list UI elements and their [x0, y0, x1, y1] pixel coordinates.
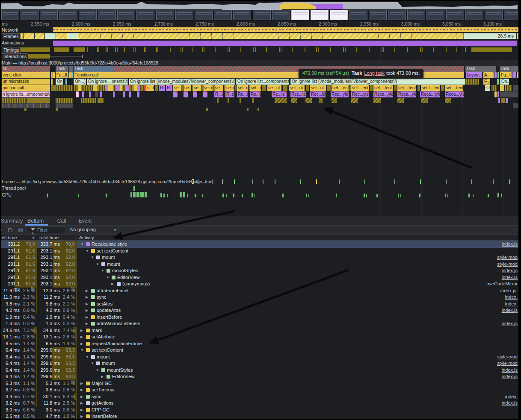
filmstrip-thumbnail[interactable] — [388, 10, 406, 20]
source-link[interactable]: index.js — [502, 367, 518, 373]
flame-bar-re-le[interactable]: Re..le — [250, 91, 260, 97]
expander-open-icon[interactable]: ▼ — [106, 276, 110, 279]
flame-bar-se-t[interactable]: se...t — [214, 85, 223, 91]
flame-bar[interactable] — [349, 85, 351, 91]
timing-tick[interactable] — [343, 47, 344, 52]
tab-summary[interactable]: Summary — [1, 216, 20, 226]
flame-bar[interactable] — [491, 85, 497, 91]
flame-bar[interactable] — [373, 98, 381, 103]
flame-bar-set-ent[interactable]: set ...ent — [332, 85, 349, 91]
flame-bar[interactable] — [351, 98, 358, 103]
flame-bar[interactable] — [445, 98, 451, 103]
filmstrip-thumbnail[interactable] — [117, 10, 135, 20]
gpu-task-bar[interactable] — [140, 192, 144, 197]
source-link[interactable]: style-mod — [497, 261, 518, 267]
flame-bar-r-[interactable]: R... — [159, 85, 165, 91]
table-row-setattrs[interactable]: 9.8 ms2.1 %9.8 ms2.1 %▶setAttrsindex. — [1, 301, 518, 308]
timing-tick[interactable] — [204, 47, 204, 52]
timing-tick[interactable] — [292, 47, 293, 52]
expander-closed-icon[interactable]: ▶ — [80, 414, 83, 418]
flame-bar[interactable] — [2, 98, 26, 103]
flame-bar[interactable] — [394, 85, 397, 91]
flame-bar-set-nt[interactable]: set...nt — [289, 85, 305, 91]
flame-bar[interactable] — [397, 98, 404, 103]
flame-bar[interactable] — [89, 91, 91, 97]
timing-tick[interactable] — [192, 47, 193, 52]
flame-bar[interactable] — [497, 79, 499, 85]
frame-segment[interactable] — [35, 33, 44, 39]
flame-bar[interactable] — [466, 79, 479, 85]
source-link[interactable]: index. — [505, 294, 518, 300]
timing-tick[interactable] — [145, 47, 146, 52]
flame-bar[interactable] — [2, 103, 50, 108]
frame-event-tick[interactable] — [198, 179, 198, 184]
cpu-overview-strip[interactable] — [1, 1, 518, 9]
animations-track[interactable]: Animations — [1, 40, 518, 46]
frame-event-tick[interactable] — [364, 179, 365, 184]
gpu-task-bar[interactable] — [106, 194, 107, 197]
filmstrip-thumbnail[interactable] — [136, 10, 154, 20]
timing-tick[interactable] — [182, 47, 183, 52]
flame-bar[interactable] — [305, 98, 312, 103]
flame-bar-set-nt[interactable]: set..nt — [237, 85, 248, 91]
frame-event-tick[interactable] — [509, 179, 510, 184]
table-row-mount[interactable]: 291.1 ms61.6 %293.1 ms62.0 %▼mountstyle-… — [1, 254, 518, 261]
expander-closed-icon[interactable]: ▶ — [101, 375, 104, 379]
table-row-setattribute[interactable]: 13.1 ms2.8 %13.1 ms2.8 %▶setAttribute — [1, 334, 518, 341]
frame-segment[interactable] — [78, 33, 463, 39]
source-link[interactable]: index.js — [502, 241, 518, 247]
gpu-task-bar[interactable] — [226, 194, 227, 197]
flame-bar[interactable] — [193, 91, 197, 97]
flame-bar-se-nt[interactable]: se..nt — [203, 85, 213, 91]
flame-bar-se-t[interactable]: se...t — [193, 85, 201, 91]
flame-bar[interactable] — [116, 85, 120, 91]
flame-bar-unction-call[interactable]: unction call — [2, 85, 50, 91]
flame-bar[interactable] — [262, 85, 266, 91]
tab-bottom-up[interactable]: Bottom-up — [25, 216, 48, 226]
flame-bar[interactable] — [494, 91, 497, 97]
filmstrip-thumbnail[interactable] — [98, 10, 116, 20]
source-link[interactable]: index.js: — [500, 288, 518, 293]
flame-bar[interactable] — [240, 98, 241, 103]
flame-bar-task[interactable]: Task — [74, 66, 114, 72]
table-row-mountstyles[interactable]: 6.4 ms1.4 %299.6 ms63.3 %▼mountStylesind… — [1, 367, 518, 374]
gpu-task-bar[interactable] — [130, 192, 132, 197]
gpu-task-bar[interactable] — [187, 194, 188, 197]
flame-bar[interactable] — [206, 108, 208, 111]
gpu-task-bar[interactable] — [78, 194, 79, 197]
flame-bar-on-ignore-list-components-[interactable]: On ignore list...components\/) — [236, 79, 289, 85]
col-self-time[interactable]: elf time — [2, 235, 17, 240]
flame-bar[interactable] — [56, 85, 73, 91]
timing-tick[interactable] — [255, 47, 256, 52]
flame-bar[interactable] — [319, 98, 323, 103]
flame-bar-fu-ll[interactable]: Fu...ll — [500, 72, 512, 78]
flame-bar-set-ent[interactable]: set ...ent — [351, 85, 369, 91]
flame-bar[interactable] — [275, 98, 287, 103]
flame-bar[interactable] — [513, 103, 518, 108]
gpu-task-bar[interactable] — [163, 194, 165, 197]
flame-bar-reca-yle[interactable]: Reca...yle — [397, 91, 416, 97]
table-row-insertbefore[interactable]: 2.5 ms0.5 %4.7 ms1.0 %▶insertBefore — [1, 413, 518, 419]
flame-bar[interactable] — [51, 79, 53, 85]
expander-closed-icon[interactable]: ▶ — [86, 289, 88, 293]
table-row-requestanimationframe[interactable]: 6.5 ms1.4 %6.5 ms1.4 %▶requestAnimationF… — [1, 341, 518, 347]
flame-bar[interactable] — [441, 85, 444, 91]
flame-bar-set-nt[interactable]: set...nt — [310, 85, 326, 91]
flame-bar[interactable] — [497, 72, 499, 78]
flame-bar-set-tent[interactable]: set ...tent — [397, 85, 416, 91]
table-row-editorview[interactable]: 291.1 ms61.6 %293.1 ms62.0 %▼EditorViewi… — [1, 274, 518, 281]
flame-bar-r-e[interactable]: R...e — [214, 91, 223, 97]
flame-bar-r-e[interactable]: R..e — [225, 91, 234, 97]
column-divider[interactable] — [77, 235, 77, 419]
flame-bar-n-ignore-lis-omponents-[interactable]: n ignore lis...omponents\/) — [2, 91, 50, 97]
flame-bar[interactable] — [217, 98, 219, 103]
flame-bar[interactable] — [203, 91, 207, 97]
frame-event-tick[interactable] — [493, 179, 494, 184]
grouping-caret-icon[interactable]: ▼ — [113, 228, 117, 232]
network-track[interactable]: Network — [1, 27, 518, 33]
flame-bar[interactable] — [506, 98, 508, 103]
flame-bar-set-tent[interactable]: set ...tent — [445, 85, 463, 91]
flame-bar[interactable] — [421, 98, 428, 103]
table-row-updateattrs[interactable]: 4.2 ms0.9 %4.2 ms0.9 %▶updateAttrsindex.… — [1, 307, 518, 314]
main-thread-header[interactable]: Main — http://localhost:3000/projects/bd… — [1, 60, 518, 66]
